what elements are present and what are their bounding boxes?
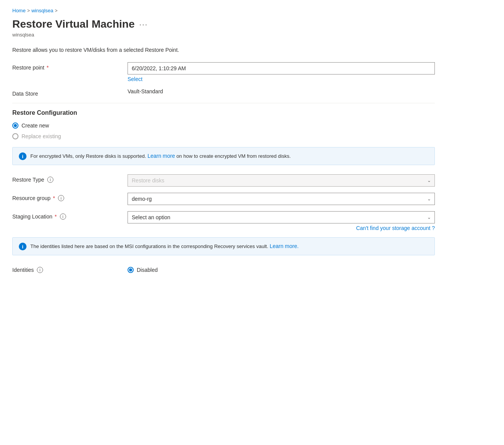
identities-label: Identities i bbox=[12, 265, 128, 273]
page-subtitle: winsqlsea bbox=[12, 32, 492, 38]
identities-control: Disabled bbox=[128, 265, 435, 273]
breadcrumb-home[interactable]: Home bbox=[12, 8, 26, 13]
staging-location-label: Staging Location * i bbox=[12, 211, 128, 220]
restore-point-row: Restore point * Select bbox=[12, 62, 435, 82]
resource-group-info-icon: i bbox=[58, 195, 64, 201]
breadcrumb-sep-1: > bbox=[27, 8, 30, 13]
required-star-staging: * bbox=[55, 213, 56, 220]
resource-group-label: Resource group * i bbox=[12, 193, 128, 201]
learn-more-link-1[interactable]: Learn more bbox=[148, 153, 175, 159]
resource-group-control: demo-rg ⌄ bbox=[128, 193, 435, 205]
staging-location-select[interactable]: Select an option bbox=[128, 211, 435, 223]
resource-group-select-wrapper: demo-rg ⌄ bbox=[128, 193, 435, 205]
restore-type-select[interactable]: Restore disks bbox=[128, 174, 435, 187]
info-text-encrypted: For encrypted VMs, only Restore disks is… bbox=[30, 152, 291, 160]
radio-create-new[interactable]: Create new bbox=[12, 122, 435, 129]
restore-configuration-radio-group: Create new Replace existing bbox=[12, 122, 435, 139]
radio-replace-existing-label: Replace existing bbox=[22, 133, 61, 139]
page-title: Restore Virtual Machine bbox=[12, 18, 134, 30]
identities-radio-indicator bbox=[128, 267, 134, 273]
restore-type-info-icon: i bbox=[47, 177, 53, 183]
staging-location-row: Staging Location * i Select an option ⌄ … bbox=[12, 211, 435, 231]
restore-configuration-heading: Restore Configuration bbox=[12, 109, 435, 116]
staging-location-control: Select an option ⌄ Can't find your stora… bbox=[128, 211, 435, 231]
info-icon-1: i bbox=[19, 152, 27, 160]
more-options-icon[interactable]: ··· bbox=[139, 20, 148, 29]
radio-create-new-indicator bbox=[12, 122, 18, 129]
restore-type-label: Restore Type i bbox=[12, 174, 128, 183]
breadcrumb-vm[interactable]: winsqlsea bbox=[32, 8, 53, 13]
identities-info-icon: i bbox=[37, 267, 43, 273]
identities-value-wrap: Disabled bbox=[128, 265, 435, 273]
info-text-identities: The identities listed here are based on … bbox=[30, 242, 298, 250]
staging-location-info-icon: i bbox=[60, 213, 66, 220]
breadcrumb: Home > winsqlsea > bbox=[12, 8, 492, 13]
page-description: Restore allows you to restore VM/disks f… bbox=[12, 47, 492, 53]
data-store-row: Data Store Vault-Standard bbox=[12, 88, 435, 97]
restore-point-select-link[interactable]: Select bbox=[128, 76, 143, 82]
breadcrumb-sep-2: > bbox=[55, 8, 58, 13]
restore-point-label: Restore point * bbox=[12, 62, 128, 71]
data-store-label: Data Store bbox=[12, 88, 128, 97]
restore-point-control: Select bbox=[128, 62, 435, 82]
resource-group-row: Resource group * i demo-rg ⌄ bbox=[12, 193, 435, 205]
radio-replace-existing-indicator bbox=[12, 133, 18, 139]
restore-type-control: Restore disks ⌄ bbox=[128, 174, 435, 187]
restore-type-row: Restore Type i Restore disks ⌄ bbox=[12, 174, 435, 187]
info-banner-encrypted: i For encrypted VMs, only Restore disks … bbox=[12, 147, 435, 165]
data-store-value: Vault-Standard bbox=[128, 88, 435, 94]
resource-group-select[interactable]: demo-rg bbox=[128, 193, 435, 205]
identities-value-text: Disabled bbox=[137, 267, 158, 273]
required-star-resource-group: * bbox=[53, 195, 55, 201]
staging-location-select-wrapper: Select an option ⌄ bbox=[128, 211, 435, 223]
form-section: Restore point * Select Data Store Vault-… bbox=[12, 62, 435, 273]
identities-row: Identities i Disabled bbox=[12, 265, 435, 273]
learn-more-link-2[interactable]: Learn more. bbox=[270, 243, 298, 249]
restore-point-input[interactable] bbox=[128, 62, 435, 74]
restore-type-select-wrapper: Restore disks ⌄ bbox=[128, 174, 435, 187]
radio-replace-existing[interactable]: Replace existing bbox=[12, 133, 435, 139]
info-banner-identities: i The identities listed here are based o… bbox=[12, 237, 435, 255]
radio-create-new-label: Create new bbox=[22, 122, 49, 129]
info-icon-2: i bbox=[19, 243, 27, 250]
cant-find-link-wrap: Can't find your storage account ? bbox=[128, 225, 435, 231]
required-star-restore-point: * bbox=[46, 65, 48, 71]
cant-find-storage-link[interactable]: Can't find your storage account ? bbox=[356, 225, 435, 231]
divider-1 bbox=[12, 103, 435, 103]
